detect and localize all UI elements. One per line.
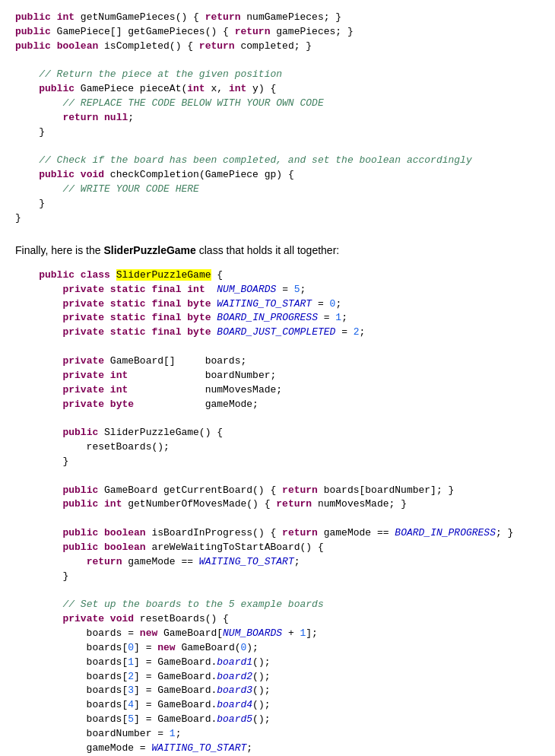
code-line: } <box>15 211 540 226</box>
code-line: // WRITE YOUR CODE HERE <box>15 183 540 197</box>
code-line: public class SliderPuzzleGame { <box>15 268 540 283</box>
code-line: public GamePiece pieceAt(int x, int y) { <box>15 82 540 97</box>
code-line: public SliderPuzzleGame() { <box>15 426 540 440</box>
code-line: private static final byte BOARD_JUST_COM… <box>15 326 540 340</box>
code-line: public GameBoard getCurrentBoard() { ret… <box>15 484 540 498</box>
code-line: // Set up the boards to the 5 example bo… <box>15 598 540 612</box>
code-line <box>15 512 540 526</box>
code-line <box>15 340 540 354</box>
code-line: boardNumber = 1; <box>15 727 540 742</box>
code-line <box>15 411 540 426</box>
code-line: resetBoards(); <box>15 440 540 455</box>
code-line: boards[1] = GameBoard.board1(); <box>15 656 540 670</box>
code-line: public int getNumGamePieces() { return n… <box>15 11 540 25</box>
code-line: // Check if the board has been completed… <box>15 154 540 168</box>
code-line: private byte gameMode; <box>15 398 540 412</box>
classname-emphasis: SliderPuzzleGame <box>103 244 195 256</box>
code-line: } <box>15 197 540 211</box>
code-main-section: public class SliderPuzzleGame { private … <box>15 265 540 756</box>
code-line: private GameBoard[] boards; <box>15 354 540 369</box>
code-line: // Return the piece at the given positio… <box>15 68 540 82</box>
code-line: private void resetBoards() { <box>15 612 540 627</box>
prose-paragraph: Finally, here is the SliderPuzzleGame cl… <box>15 243 540 258</box>
code-line: boards[3] = GameBoard.board3(); <box>15 684 540 698</box>
code-line <box>15 140 540 154</box>
code-line: gameMode = WAITING_TO_START; <box>15 742 540 756</box>
code-line <box>15 469 540 484</box>
code-line: public boolean areWeWaitingToStartABoard… <box>15 541 540 555</box>
code-line: private static final byte WAITING_TO_STA… <box>15 297 540 312</box>
code-line: boards = new GameBoard[NUM_BOARDS + 1]; <box>15 627 540 641</box>
code-line: boards[2] = GameBoard.board2(); <box>15 670 540 685</box>
code-line: private static final int NUM_BOARDS = 5; <box>15 283 540 297</box>
code-line <box>15 584 540 599</box>
code-before-section: public int getNumGamePieces() { return n… <box>15 8 540 229</box>
code-line: boards[4] = GameBoard.board4(); <box>15 698 540 713</box>
code-line: } <box>15 125 540 140</box>
code-line: public void checkCompletion(GamePiece gp… <box>15 168 540 183</box>
code-line: public GamePiece[] getGamePieces() { ret… <box>15 25 540 40</box>
code-line <box>15 54 540 68</box>
code-line: public int getNumberOfMovesMade() { retu… <box>15 497 540 512</box>
code-line: return gameMode == WAITING_TO_START; <box>15 555 540 570</box>
code-line: // REPLACE THE CODE BELOW WITH YOUR OWN … <box>15 97 540 111</box>
code-line: private static final byte BOARD_IN_PROGR… <box>15 311 540 326</box>
code-line: public boolean isCompleted() { return co… <box>15 40 540 54</box>
code-line: } <box>15 455 540 469</box>
code-line: public boolean isBoardInProgress() { ret… <box>15 526 540 541</box>
code-line: private int boardNumber; <box>15 369 540 383</box>
code-line: boards[0] = new GameBoard(0); <box>15 641 540 656</box>
code-line: private int numMovesMade; <box>15 383 540 398</box>
code-line: } <box>15 570 540 584</box>
code-line: boards[5] = GameBoard.board5(); <box>15 713 540 727</box>
code-line: return null; <box>15 111 540 125</box>
